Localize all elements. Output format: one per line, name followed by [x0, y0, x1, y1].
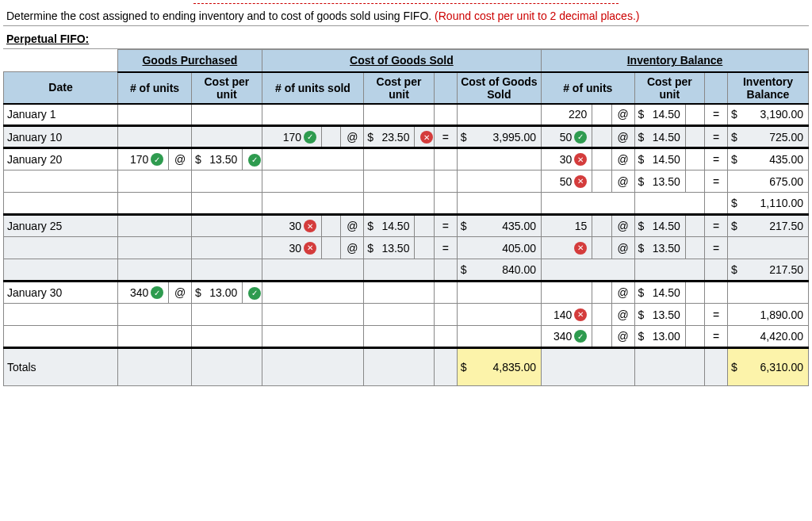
jan25-s1-amt: $435.00 — [457, 215, 541, 237]
jan1-inv-units[interactable]: 220 — [542, 104, 592, 126]
totals-cogs: $4,835.00 — [457, 348, 541, 386]
jan20-buy-cpu[interactable]: $13.50 — [192, 148, 243, 170]
jan20-inv1-cpu[interactable]: $14.50 — [634, 148, 685, 170]
instruction-text: Determine the cost assigned to ending in… — [3, 5, 809, 26]
row-jan10-date: January 10 — [4, 126, 118, 148]
col-sold-cpu: Cost per unit — [364, 72, 435, 104]
row-totals: Totals — [4, 348, 118, 386]
row-jan30-date: January 30 — [4, 282, 118, 304]
jan30-inv3-bal: 4,420.00 — [727, 326, 808, 348]
col-cogs-amt: Cost of Goods Sold — [457, 72, 541, 104]
col-inv-cpu: Cost per unit — [634, 72, 705, 104]
jan25-inv2-units[interactable]: ✕ — [542, 237, 592, 259]
check-icon: ✓ — [151, 286, 163, 299]
jan25-s1-units[interactable]: 30✕ — [262, 215, 321, 237]
jan30-inv2-cpu[interactable]: $13.50 — [634, 304, 685, 326]
check-icon: ✓ — [574, 131, 587, 144]
col-buy-cpu: Cost per unit — [192, 72, 262, 104]
x-icon: ✕ — [420, 131, 433, 144]
jan25-cogs-sub: $840.00 — [457, 259, 541, 282]
jan20-inv2-units[interactable]: 50✕ — [542, 170, 592, 193]
x-icon: ✕ — [304, 242, 316, 255]
jan30-buy-cpu[interactable]: $13.00 — [192, 282, 243, 304]
jan30-inv1-cpu[interactable]: $14.50 — [634, 282, 685, 304]
x-icon: ✕ — [574, 308, 587, 321]
jan25-s1-cpu[interactable]: $14.50 — [364, 215, 415, 237]
jan20-inv-subtotal: $1,110.00 — [727, 193, 808, 215]
jan20-inv2-bal: 675.00 — [727, 170, 808, 193]
col-sold-units: # of units sold — [262, 72, 364, 104]
jan20-inv1-bal[interactable]: $435.00 — [727, 148, 808, 170]
jan1-inv-bal[interactable]: $3,190.00 — [727, 104, 808, 126]
col-date: Date — [4, 72, 118, 104]
jan20-buy-units[interactable]: 170✓ — [118, 148, 169, 170]
jan25-inv-sub: $217.50 — [727, 259, 808, 282]
x-icon: ✕ — [304, 220, 316, 232]
check-icon: ✓ — [574, 330, 587, 343]
header-goods: Goods Purchased — [118, 50, 262, 72]
jan20-inv2-cpu[interactable]: $13.50 — [634, 170, 685, 193]
col-inv-bal: Inventory Balance — [727, 72, 808, 104]
check-icon: ✓ — [151, 153, 163, 166]
jan10-sold-units[interactable]: 170✓ — [262, 126, 321, 148]
fifo-table: Goods Purchased Cost of Goods Sold Inven… — [3, 49, 809, 386]
totals-inv: $6,310.00 — [727, 348, 808, 386]
jan25-inv1-bal[interactable]: $217.50 — [727, 215, 808, 237]
jan10-inv-cpu[interactable]: $14.50 — [634, 126, 685, 148]
jan25-inv2-cpu[interactable]: $13.50 — [634, 237, 685, 259]
jan10-inv-bal[interactable]: $725.00 — [727, 126, 808, 148]
check-icon: ✓ — [248, 287, 261, 300]
jan30-buy-units[interactable]: 340✓ — [118, 282, 169, 304]
row-jan20-date: January 20 — [4, 148, 118, 170]
x-icon: ✕ — [574, 153, 587, 166]
jan10-cogs: $3,995.00 — [457, 126, 541, 148]
jan25-s2-units[interactable]: 30✕ — [262, 237, 321, 259]
jan25-s2-amt: 405.00 — [457, 237, 541, 259]
row-jan25-date: January 25 — [4, 215, 118, 237]
row-jan1-date: January 1 — [4, 104, 118, 126]
jan30-inv2-bal: 1,890.00 — [727, 304, 808, 326]
x-icon: ✕ — [574, 242, 587, 255]
jan20-inv1-units[interactable]: 30✕ — [542, 148, 592, 170]
jan10-sold-cpu[interactable]: $23.50 — [364, 126, 415, 148]
jan25-inv1-units[interactable]: 15 — [542, 215, 592, 237]
x-icon: ✕ — [574, 175, 587, 188]
check-icon: ✓ — [304, 131, 316, 144]
col-inv-units: # of units — [542, 72, 634, 104]
method-title: Perpetual FIFO: — [3, 26, 809, 49]
header-cogs: Cost of Goods Sold — [262, 50, 541, 72]
jan25-inv1-cpu[interactable]: $14.50 — [634, 215, 685, 237]
col-buy-units: # of units — [118, 72, 192, 104]
jan30-inv2-units[interactable]: 140✕ — [542, 304, 592, 326]
jan10-inv-units[interactable]: 50✓ — [542, 126, 592, 148]
jan1-inv-cpu[interactable]: $14.50 — [634, 104, 685, 126]
jan30-inv3-cpu[interactable]: $13.00 — [634, 326, 685, 348]
header-inventory: Inventory Balance — [542, 50, 809, 72]
jan25-s2-cpu[interactable]: $13.50 — [364, 237, 415, 259]
check-icon: ✓ — [248, 154, 261, 167]
jan30-inv3-units[interactable]: 340✓ — [542, 326, 592, 348]
